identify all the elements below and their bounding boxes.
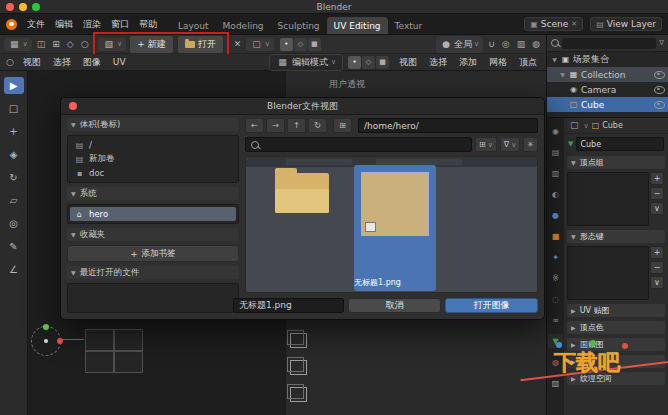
display-mode-selector[interactable]: ⊞ ∨: [475, 137, 497, 152]
menu-render[interactable]: 渲染: [79, 16, 105, 33]
menu-help[interactable]: 帮助: [135, 16, 161, 33]
tab-constraints[interactable]: ∞: [548, 313, 563, 327]
system-section-header[interactable]: ▼ 系统: [67, 187, 239, 200]
viewport-editor-type-selector[interactable]: ▢ ∨: [246, 38, 274, 51]
rotate-tool[interactable]: ↻: [4, 169, 24, 186]
system-item-home[interactable]: ⌂ hero: [70, 207, 236, 221]
vp-menu-select[interactable]: 选择: [424, 55, 452, 70]
up-directory-button[interactable]: ↑: [287, 118, 306, 133]
vertex-mode-button[interactable]: •: [348, 56, 361, 69]
grab-hand-icon[interactable]: ○: [4, 58, 16, 67]
filename-input[interactable]: 无标题1.png: [233, 298, 344, 313]
vertex-groups-list[interactable]: [567, 172, 649, 226]
section-header-uv-maps[interactable]: ▶ UV 贴图: [567, 304, 665, 317]
uv-menu-select[interactable]: 选择: [48, 55, 76, 70]
tab-modifiers[interactable]: ✦: [548, 250, 563, 264]
vp-menu-mesh[interactable]: 网格: [484, 55, 512, 70]
filter-selector[interactable]: ∇ ∨: [500, 137, 520, 152]
file-tile-image-selected[interactable]: 无标题1.png: [354, 165, 436, 291]
uv-menu-view[interactable]: 视图: [18, 55, 46, 70]
path-field[interactable]: /home/hero/: [358, 118, 538, 133]
cube-primitive-icon[interactable]: [290, 387, 307, 402]
view-layer-selector[interactable]: ▤ View Layer: [590, 17, 662, 31]
volumes-section-header[interactable]: ▼ 体积(卷标): [67, 118, 239, 131]
file-tile-folder[interactable]: 音乐: [262, 173, 342, 213]
face-mode-button[interactable]: ■: [376, 56, 389, 69]
search-icon[interactable]: [551, 39, 559, 47]
outliner-row-cube[interactable]: □ Cube: [547, 97, 668, 112]
y-axis-handle[interactable]: [43, 324, 49, 330]
move-tool[interactable]: ◈: [4, 146, 24, 163]
bookmarks-section-header[interactable]: ▼ 收藏夹: [67, 228, 239, 241]
uv-menu-uv[interactable]: UV: [108, 56, 131, 68]
uv-2d-cursor[interactable]: [31, 326, 61, 356]
volume-item-root[interactable]: ▤ /: [70, 138, 236, 152]
new-image-button[interactable]: + 新建: [129, 35, 174, 54]
section-header-texture-space[interactable]: ▶ 纹理空间: [567, 372, 665, 385]
new-folder-button[interactable]: ⊞: [333, 118, 352, 133]
uv-sticky-icon[interactable]: ○: [79, 40, 91, 49]
remove-button[interactable]: −: [650, 261, 664, 274]
uv-sync-icon[interactable]: ⊞: [50, 40, 62, 49]
section-header-face-maps[interactable]: ▶ 面贴图: [567, 338, 665, 351]
tab-physics[interactable]: ◌: [548, 292, 563, 306]
vp-menu-add[interactable]: 添加: [454, 55, 482, 70]
visibility-eye-icon[interactable]: [654, 71, 665, 79]
visibility-eye-icon[interactable]: [654, 101, 665, 109]
collapse-caret-icon[interactable]: ▼: [551, 56, 558, 63]
tab-view-layer[interactable]: ▥: [548, 166, 563, 180]
workspace-tab-uv-editing[interactable]: UV Editing: [327, 17, 388, 34]
uv-menu-image[interactable]: 图像: [78, 55, 106, 70]
properties-editor-icon[interactable]: ▢: [568, 121, 581, 130]
measure-tool[interactable]: ∠: [4, 261, 24, 278]
shape-keys-list[interactable]: [567, 246, 649, 300]
workspace-tab-sculpting[interactable]: Sculpting: [271, 17, 327, 34]
menu-window[interactable]: 窗口: [107, 16, 133, 33]
tab-output[interactable]: ▤: [548, 145, 563, 159]
scale-tool[interactable]: ▱: [4, 192, 24, 209]
specials-menu-button[interactable]: ∨: [650, 276, 664, 289]
shading-icon[interactable]: ◍: [530, 40, 542, 49]
file-search-input[interactable]: [245, 137, 472, 152]
tab-material[interactable]: ◍: [548, 355, 563, 369]
box-select-tool[interactable]: □: [4, 100, 24, 117]
remove-button[interactable]: −: [650, 187, 664, 200]
settings-button[interactable]: ✳: [523, 137, 538, 152]
add-button[interactable]: +: [650, 172, 664, 185]
overlays-icon[interactable]: ▥: [515, 40, 528, 49]
vp-menu-view[interactable]: 视图: [394, 55, 422, 70]
file-list-area[interactable]: 音乐 无标题1.png: [245, 156, 538, 293]
outliner-search-input[interactable]: [562, 38, 656, 49]
unlink-icon[interactable]: ✕: [232, 40, 244, 49]
outliner-row-scene-collection[interactable]: ▼ ▣ 场景集合: [547, 52, 668, 67]
open-image-button[interactable]: 打开: [177, 35, 224, 54]
edge-mode-button[interactable]: ◇: [362, 56, 375, 69]
tab-object-data[interactable]: ▼: [548, 334, 563, 348]
section-header-shape-keys[interactable]: ▼ 形态键: [567, 230, 665, 243]
transform-orientation-selector[interactable]: ● 全局 ∨: [436, 36, 483, 53]
volume-item-doc[interactable]: ▪ doc: [70, 166, 236, 180]
menu-edit[interactable]: 编辑: [51, 16, 77, 33]
add-button[interactable]: +: [650, 246, 664, 259]
add-bookmark-button[interactable]: + 添加书签: [67, 245, 239, 262]
tab-world[interactable]: ●: [548, 208, 563, 222]
tab-particles[interactable]: ※: [548, 271, 563, 285]
recent-section-header[interactable]: ▼ 最近打开的文件: [67, 266, 239, 279]
image-datablock-selector[interactable]: ▨ ∨: [98, 38, 126, 51]
section-header-vertex-colors[interactable]: ▶ 顶点色: [567, 321, 665, 334]
cube-primitive-icon[interactable]: [290, 360, 307, 375]
uv-select-mode-icon[interactable]: ◇: [65, 40, 76, 49]
section-header-normals[interactable]: ▶ 法向: [567, 355, 665, 368]
cancel-button[interactable]: 取消: [348, 298, 441, 313]
annotate-tool[interactable]: ✎: [4, 238, 24, 255]
close-icon[interactable]: ✕: [571, 20, 577, 28]
outliner-row-collection[interactable]: ▼ ▦ Collection: [547, 67, 668, 82]
tab-object[interactable]: ■: [548, 229, 563, 243]
tab-texture[interactable]: ▨: [548, 376, 563, 390]
collapse-caret-icon[interactable]: ▼: [559, 71, 566, 78]
tweak-select-tool[interactable]: ▶: [4, 77, 24, 94]
face-select-button[interactable]: ■: [308, 38, 321, 51]
proportional-edit-icon[interactable]: ◎: [500, 40, 512, 49]
menu-file[interactable]: 文件: [23, 16, 49, 33]
filter-icon[interactable]: ∇: [659, 39, 664, 47]
